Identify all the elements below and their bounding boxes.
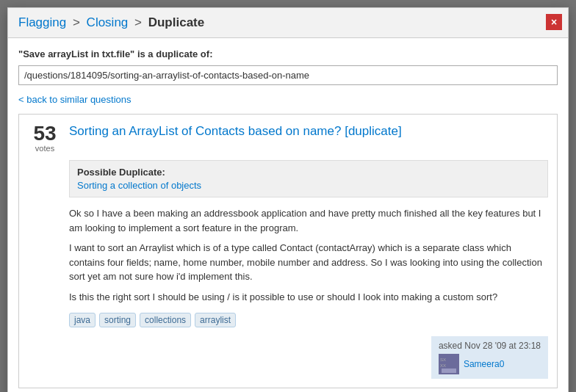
tag-item[interactable]: java <box>69 313 96 327</box>
question-header: 53 votes Sorting an ArrayList of Contact… <box>28 123 548 153</box>
body-paragraph-2: I want to sort an Arraylist which is of … <box>69 241 548 284</box>
body-paragraph-1: Ok so I have a been making an addressboo… <box>69 206 548 235</box>
vote-count: 53 votes <box>28 123 62 153</box>
tag-item[interactable]: sorting <box>99 313 136 327</box>
possible-duplicate-title: Possible Duplicate: <box>77 167 540 178</box>
user-name-link[interactable]: Sameera0 <box>464 359 504 369</box>
asked-box: asked Nov 28 '09 at 23:18 SX XX Sameera0 <box>431 336 548 379</box>
vote-label: votes <box>28 144 62 153</box>
tag-item[interactable]: collections <box>140 313 191 327</box>
svg-text:SX: SX <box>440 357 446 362</box>
svg-text:XX: XX <box>440 363 446 368</box>
tags-row: javasortingcollectionsarraylist <box>69 313 548 327</box>
breadcrumb-sep-1: > <box>73 15 84 29</box>
asked-text: asked Nov 28 '09 at 23:18 <box>439 341 541 351</box>
close-button[interactable]: × <box>546 14 562 30</box>
question-title-link[interactable]: Sorting an ArrayList of Contacts based o… <box>69 123 402 139</box>
modal-header: Flagging > Closing > Duplicate × <box>8 8 568 38</box>
breadcrumb-closing[interactable]: Closing <box>87 15 129 29</box>
modal-title: Flagging > Closing > Duplicate <box>18 15 542 30</box>
modal-body: "Save arrayList in txt.file" is a duplic… <box>8 38 568 392</box>
breadcrumb-sep-2: > <box>134 15 145 29</box>
user-info: SX XX Sameera0 <box>439 354 541 374</box>
asked-info: asked Nov 28 '09 at 23:18 SX XX Sameera0 <box>69 336 548 379</box>
breadcrumb-duplicate: Duplicate <box>148 15 205 29</box>
duplicate-label: "Save arrayList in txt.file" is a duplic… <box>18 48 558 59</box>
possible-duplicate-link[interactable]: Sorting a collection of objects <box>77 180 201 191</box>
breadcrumb-flagging[interactable]: Flagging <box>18 15 66 29</box>
question-box: 53 votes Sorting an ArrayList of Contact… <box>18 114 558 388</box>
question-body: Ok so I have a been making an addressboo… <box>69 206 548 304</box>
avatar: SX XX <box>439 354 459 374</box>
svg-rect-3 <box>442 369 456 373</box>
body-paragraph-3: Is this the right sort I should be using… <box>69 290 548 305</box>
vote-number: 53 <box>28 123 62 144</box>
duplicate-url-input[interactable] <box>18 65 558 85</box>
back-to-similar-link[interactable]: < back to similar questions <box>18 94 132 105</box>
possible-duplicate-box: Possible Duplicate: Sorting a collection… <box>69 160 548 197</box>
tag-item[interactable]: arraylist <box>195 313 236 327</box>
modal-dialog: Flagging > Closing > Duplicate × "Save a… <box>7 7 569 392</box>
